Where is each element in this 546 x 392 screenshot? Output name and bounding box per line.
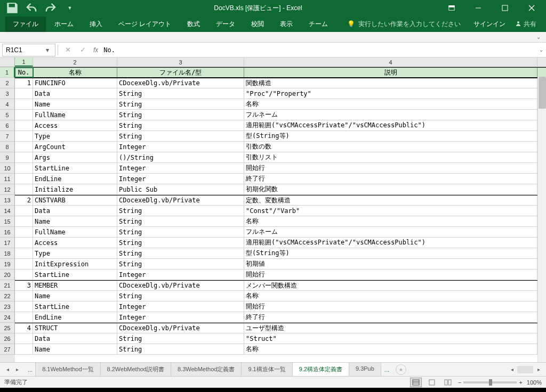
cell[interactable]: FullName <box>33 227 117 237</box>
row-header[interactable]: 6 <box>0 120 15 131</box>
cell[interactable] <box>15 163 33 173</box>
cell[interactable]: Data <box>33 88 117 99</box>
scroll-left-icon[interactable]: ◂ <box>508 365 516 374</box>
cell[interactable]: 名称 <box>244 216 537 226</box>
cell[interactable]: 名称 <box>33 68 117 77</box>
tab-view[interactable]: 表示 <box>272 17 300 32</box>
cell[interactable]: 適用範囲("vsCMAccessPrivate"/"vsCMAccessPubl… <box>244 120 537 130</box>
cancel-formula-button[interactable]: ✕ <box>60 44 75 56</box>
cell[interactable] <box>15 120 33 130</box>
cell[interactable]: 型(String等) <box>244 248 537 258</box>
cell[interactable]: Access <box>33 120 117 130</box>
cell[interactable] <box>15 259 33 269</box>
ribbon-collapse-button[interactable]: ⌄ <box>0 32 546 43</box>
qat-dropdown-icon[interactable]: ▼ <box>63 1 77 15</box>
sheet-tab[interactable]: 9.2構造体定義書 <box>292 362 349 377</box>
sheet-tabs-ellipsis-left[interactable]: ... <box>25 366 36 373</box>
cell[interactable]: String <box>117 99 244 109</box>
cell[interactable]: String <box>117 227 244 237</box>
row-header[interactable]: 16 <box>0 227 15 238</box>
cell[interactable] <box>15 152 33 162</box>
cells-area[interactable]: No.名称ファイル名/型説明1FUNCINFOCDocexeDlg.vb/Pri… <box>15 67 546 362</box>
cell[interactable]: ()/String <box>117 152 244 162</box>
cell[interactable]: EndLine <box>33 312 117 322</box>
cell[interactable] <box>15 248 33 258</box>
cell[interactable]: 名称 <box>244 291 537 301</box>
cell[interactable]: StartLine <box>33 301 117 312</box>
cell[interactable]: Data <box>33 333 117 344</box>
cell[interactable]: Integer <box>117 301 244 312</box>
enter-formula-button[interactable]: ✓ <box>75 44 90 56</box>
cell[interactable]: 終了行 <box>244 174 537 184</box>
cell[interactable]: Integer <box>117 142 244 152</box>
cell[interactable]: 開始行 <box>244 270 537 280</box>
zoom-slider[interactable]: − + <box>458 379 523 386</box>
view-page-layout-icon[interactable] <box>426 378 438 387</box>
row-header[interactable]: 9 <box>0 152 15 163</box>
cell[interactable]: Type <box>33 248 117 258</box>
cell[interactable]: 開始行 <box>244 301 537 312</box>
cell[interactable]: "Proc"/"Property" <box>244 88 537 99</box>
cell[interactable]: MEMBER <box>33 281 117 290</box>
cell[interactable] <box>15 110 33 120</box>
sheet-nav-prev-icon[interactable]: ▸ <box>13 365 21 374</box>
row-header[interactable]: 22 <box>0 291 15 301</box>
cell[interactable]: 適用範囲("vsCMAccessPrivate"/"vsCMAccessPubl… <box>244 238 537 248</box>
tab-formulas[interactable]: 数式 <box>180 17 207 32</box>
row-header[interactable]: 12 <box>0 184 15 195</box>
cell[interactable] <box>15 99 33 109</box>
sheet-tabs-ellipsis-right[interactable]: ... <box>381 366 392 373</box>
expand-formula-bar-button[interactable]: ⌄ <box>536 47 546 53</box>
scroll-right-icon[interactable]: ▸ <box>534 365 543 374</box>
cell[interactable]: String <box>117 344 244 354</box>
row-header[interactable]: 11 <box>0 174 15 184</box>
view-page-break-icon[interactable] <box>442 378 454 387</box>
cell[interactable] <box>15 344 33 354</box>
cell[interactable]: 1 <box>15 78 33 88</box>
row-header[interactable]: 8 <box>0 142 15 152</box>
cell[interactable]: 名称 <box>244 99 537 109</box>
cell[interactable]: String <box>117 238 244 248</box>
sheet-tab[interactable]: 8.3WebMethod定義書 <box>171 362 242 377</box>
cell[interactable]: Integer <box>117 163 244 173</box>
cell[interactable]: 終了行 <box>244 312 537 322</box>
cell[interactable]: Name <box>33 344 117 354</box>
row-header[interactable]: 4 <box>0 99 15 110</box>
tab-page-layout[interactable]: ページ レイアウト <box>111 17 179 32</box>
cell[interactable]: "Struct" <box>244 333 537 344</box>
add-sheet-button[interactable]: + <box>396 364 406 375</box>
cell[interactable]: CDocexeDlg.vb/Private <box>117 78 244 88</box>
cell[interactable] <box>15 88 33 99</box>
cell[interactable]: Access <box>33 238 117 248</box>
cell[interactable]: String <box>117 131 244 141</box>
cell[interactable]: CDocexeDlg.vb/Private <box>117 281 244 290</box>
sheet-nav-first-icon[interactable]: ◂ <box>3 365 12 374</box>
formula-input[interactable] <box>101 44 536 56</box>
column-header[interactable]: 1 <box>15 58 33 67</box>
name-box[interactable]: R1C1 ▾ <box>2 44 55 56</box>
cell[interactable]: Type <box>33 131 117 141</box>
cell[interactable]: No. <box>15 68 33 77</box>
row-header[interactable]: 10 <box>0 163 15 174</box>
cell[interactable]: String <box>117 216 244 226</box>
cell[interactable]: 説明 <box>244 68 537 77</box>
cell[interactable]: String <box>117 259 244 269</box>
row-header[interactable]: 19 <box>0 259 15 270</box>
cell[interactable] <box>15 312 33 322</box>
minimize-button[interactable] <box>466 0 490 16</box>
cell[interactable]: Args <box>33 152 117 162</box>
cell[interactable] <box>15 216 33 226</box>
hscroll-track[interactable] <box>517 366 533 373</box>
select-all-corner[interactable] <box>0 58 15 67</box>
cell[interactable]: ユーザ型構造 <box>244 323 537 333</box>
cell[interactable]: Integer <box>117 270 244 280</box>
cell[interactable]: 4 <box>15 323 33 333</box>
cell[interactable]: Name <box>33 216 117 226</box>
row-header[interactable]: 3 <box>0 88 15 99</box>
cell[interactable]: Integer <box>117 174 244 184</box>
zoom-out-button[interactable]: − <box>458 379 461 386</box>
tab-home[interactable]: ホーム <box>47 17 81 32</box>
sheet-tab[interactable]: 8.2WebMethod説明書 <box>100 362 171 377</box>
cell[interactable]: Data <box>33 206 117 216</box>
cell[interactable]: 引数リスト <box>244 152 537 162</box>
